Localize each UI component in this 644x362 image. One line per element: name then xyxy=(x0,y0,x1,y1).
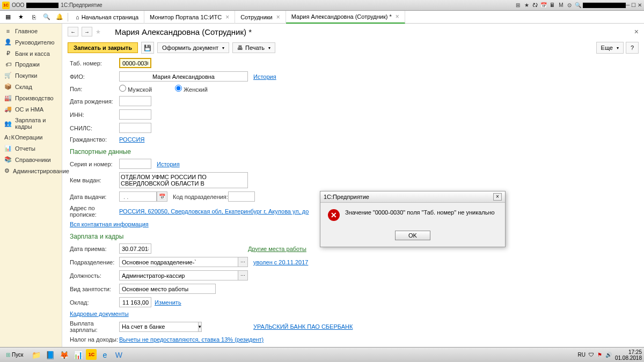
issue-date-input[interactable] xyxy=(119,191,157,202)
box-icon: 📦 xyxy=(4,83,12,90)
gender-male-radio[interactable]: Мужской xyxy=(119,85,169,93)
tray-icon[interactable]: 🖩 xyxy=(548,2,556,9)
search-icon[interactable]: 🔍 xyxy=(41,12,53,23)
language-indicator[interactable]: RU xyxy=(577,352,585,358)
tray-icon[interactable]: M xyxy=(557,2,565,9)
apps-grid-icon[interactable]: ▦ xyxy=(2,12,14,23)
sidebar-item-operations[interactable]: А↕КОперации xyxy=(0,132,62,143)
tray-icon[interactable]: 📅 xyxy=(540,2,547,9)
other-workplaces-link[interactable]: Другие места работы xyxy=(248,246,306,252)
close-button[interactable]: ✕ xyxy=(638,2,642,8)
tab-employees[interactable]: Сотрудники × xyxy=(235,11,286,24)
form-close-button[interactable]: × xyxy=(634,27,639,36)
sidebar-item-reference[interactable]: 📚Справочники xyxy=(0,154,62,165)
sidebar-item-assets[interactable]: 🚚ОС и НМА xyxy=(0,104,62,115)
change-salary-link[interactable]: Изменить xyxy=(155,299,181,306)
inn-input[interactable] xyxy=(119,109,151,120)
tab-close-icon[interactable]: × xyxy=(276,13,280,21)
maximize-button[interactable]: ☐ xyxy=(631,2,636,8)
taskbar-app-icon[interactable]: 📁 xyxy=(30,349,42,361)
clipboard-icon[interactable]: ⎘ xyxy=(28,12,40,23)
taskbar-ie-icon[interactable]: e xyxy=(99,349,111,361)
format-document-dropdown[interactable]: Оформить документ xyxy=(157,42,229,53)
nav-back-button[interactable]: ← xyxy=(68,27,78,36)
history-link[interactable]: История xyxy=(253,73,276,80)
sidebar-item-bank[interactable]: ₽Банк и касса xyxy=(0,48,62,59)
open-ref-icon[interactable]: ⋯ xyxy=(238,270,248,280)
tab-monitor[interactable]: Монитор Портала 1С:ИТС × xyxy=(144,11,235,24)
dismissed-link[interactable]: уволен с 20.11.2017 xyxy=(253,259,308,265)
gender-female-radio[interactable]: Женский xyxy=(175,85,224,93)
tray-icon[interactable]: 🔍 xyxy=(574,2,582,9)
salary-input[interactable] xyxy=(119,297,151,307)
issued-by-input[interactable]: ОТДЕЛОМ УФМС РОССИИ ПО СВЕРДЛОВСКОЙ ОБЛА… xyxy=(119,172,248,188)
sidebar-item-main[interactable]: ≡Главное xyxy=(0,26,62,36)
form-header: ← → Мария Александровна (Сотрудник) * × xyxy=(62,24,644,40)
tray-icon[interactable]: ★ xyxy=(523,2,530,9)
payout-select[interactable] xyxy=(119,322,199,332)
minimize-button[interactable]: ─ xyxy=(626,2,630,8)
taskbar-app-icon[interactable]: 📘 xyxy=(44,349,56,361)
sidebar-item-sales[interactable]: 🏷Продажи xyxy=(0,59,62,70)
tab-close-icon[interactable]: × xyxy=(225,13,229,21)
taskbar-1c-icon[interactable]: 1C xyxy=(86,349,97,360)
dialog-ok-button[interactable]: OK xyxy=(395,231,430,240)
tray-icon[interactable]: ⊙ xyxy=(566,2,573,9)
save-close-button[interactable]: Записать и закрыть xyxy=(68,42,138,53)
app-logo-icon: 1C xyxy=(2,2,10,9)
taskbar-word-icon[interactable]: W xyxy=(113,349,125,361)
tab-number-input[interactable] xyxy=(119,58,151,68)
favorites-icon[interactable]: ★ xyxy=(15,12,27,23)
tray-icon[interactable]: 🔊 xyxy=(605,352,612,358)
tab-employee-card[interactable]: Мария Александровна (Сотрудник) * × xyxy=(286,11,405,24)
fio-input[interactable] xyxy=(119,71,248,82)
taskbar-app-icon[interactable]: 📊 xyxy=(72,349,84,361)
sidebar-item-production[interactable]: 🏭Производство xyxy=(0,92,62,104)
employment-input[interactable] xyxy=(119,284,216,294)
taskbar-clock[interactable]: 17:25 01.08.2018 xyxy=(615,349,642,361)
history-link[interactable]: История xyxy=(157,161,180,167)
hire-date-input[interactable] xyxy=(119,243,151,254)
taskbar-firefox-icon[interactable]: 🦊 xyxy=(58,349,70,361)
subdiv-code-input[interactable] xyxy=(228,191,255,202)
bell-icon[interactable]: 🔔 xyxy=(54,12,65,23)
dialog-close-button[interactable]: × xyxy=(493,193,502,201)
sidebar-item-manager[interactable]: 👤Руководителю xyxy=(0,36,62,48)
passport-series-input[interactable] xyxy=(119,159,151,169)
all-contacts-link[interactable]: Вся контактная информация xyxy=(70,221,149,227)
sidebar-item-warehouse[interactable]: 📦Склад xyxy=(0,81,62,92)
tab-home[interactable]: ⌂ Начальная страница xyxy=(70,11,144,24)
position-input[interactable] xyxy=(119,270,238,280)
calendar-icon[interactable]: 📅 xyxy=(157,191,167,202)
start-button[interactable]: ⊞ Пуск xyxy=(2,350,27,359)
tax-link[interactable]: Вычеты не предоставляются, ставка 13% (р… xyxy=(119,336,264,343)
dialog-title-text: 1С:Предприятие xyxy=(324,194,369,200)
sidebar-item-admin[interactable]: ⚙Администрирование xyxy=(0,165,62,176)
nav-forward-button[interactable]: → xyxy=(82,27,92,36)
sidebar-item-purchases[interactable]: 🛒Покупки xyxy=(0,70,62,81)
birth-date-input[interactable] xyxy=(119,96,151,106)
sidebar-item-hr[interactable]: 👥Зарплата и кадры xyxy=(0,115,62,132)
tray-icon[interactable]: 🛡 xyxy=(589,352,594,358)
citizenship-link[interactable]: РОССИЯ xyxy=(119,136,144,143)
chevron-down-icon[interactable]: ▾ xyxy=(199,322,202,332)
action-bar: Записать и закрыть 💾 Оформить документ 🖶… xyxy=(62,40,644,58)
print-dropdown[interactable]: 🖶Печать xyxy=(232,42,275,53)
more-dropdown[interactable]: Еще xyxy=(596,42,624,54)
bank-link[interactable]: УРАЛЬСКИЙ БАНК ПАО СБЕРБАНК xyxy=(253,323,353,330)
snils-label: СНИЛС: xyxy=(70,125,119,131)
tab-close-icon[interactable]: × xyxy=(396,13,399,20)
sidebar-item-reports[interactable]: 📊Отчеты xyxy=(0,143,62,154)
hr-docs-link[interactable]: Кадровые документы xyxy=(70,311,129,317)
tray-icon[interactable]: 🗘 xyxy=(531,2,539,9)
dept-input[interactable] xyxy=(119,257,238,267)
fio-label: ФИО: xyxy=(70,73,119,80)
save-icon-button[interactable]: 💾 xyxy=(141,42,154,54)
help-button[interactable]: ? xyxy=(626,42,639,54)
favorite-star-icon[interactable] xyxy=(96,28,101,35)
tray-icon[interactable]: ⊞ xyxy=(514,2,522,9)
open-ref-icon[interactable]: ⋯ xyxy=(238,257,248,267)
snils-input[interactable] xyxy=(119,123,151,133)
address-link[interactable]: РОССИЯ, 620050, Свердловская обл, Екатер… xyxy=(119,208,309,215)
tray-icon[interactable]: ⚑ xyxy=(597,352,602,358)
